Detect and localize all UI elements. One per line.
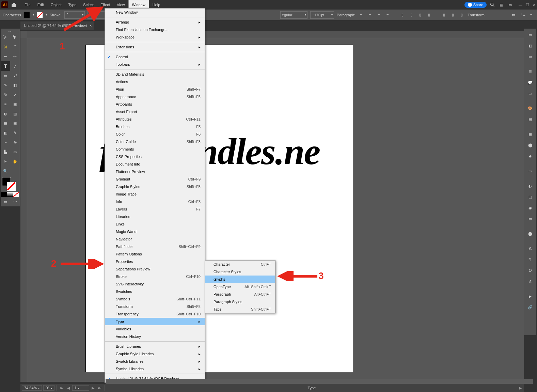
first-artboard-icon[interactable]: ⏮ — [59, 386, 65, 390]
menu-item-swatches[interactable]: Swatches — [105, 288, 205, 295]
align-obj-3-icon[interactable]: ▯ — [417, 12, 423, 18]
menu-item-extensions[interactable]: Extensions▸ — [105, 43, 205, 51]
transparency-panel-icon[interactable]: ▢ — [525, 192, 535, 202]
menu-item-asset-export[interactable]: Asset Export — [105, 108, 205, 115]
menu-item-artboards[interactable]: Artboards — [105, 100, 205, 108]
menu-item-graphic-styles[interactable]: Graphic StylesShift+F5 — [105, 183, 205, 190]
align-obj-1-icon[interactable]: ▯ — [399, 12, 406, 18]
submenu-item-character-styles[interactable]: Character Styles — [205, 268, 275, 276]
comments-panel-icon[interactable]: 💬 — [525, 78, 535, 87]
color-panel-icon[interactable]: 🎨 — [525, 104, 535, 113]
symbol-sprayer-tool[interactable]: ❋ — [10, 138, 20, 147]
align-right-icon[interactable]: ≡ — [376, 12, 382, 18]
menu-item-workspace[interactable]: Workspace▸ — [105, 33, 205, 41]
width-tool[interactable]: ≡ — [1, 99, 10, 109]
brushes-panel-icon[interactable]: ⬤ — [525, 140, 535, 150]
panel-menu-icon[interactable]: ⋮≡ — [519, 12, 525, 18]
submenu-item-opentype[interactable]: OpenTypeAlt+Shift+Ctrl+T — [205, 283, 275, 291]
panel-icon-6[interactable]: ▭ — [525, 89, 535, 98]
menu-item-actions[interactable]: Actions — [105, 78, 205, 85]
curvature-tool[interactable]: 〰 — [10, 52, 20, 61]
gradient-tool[interactable]: ◧ — [1, 128, 10, 138]
line-tool[interactable]: ╱ — [10, 61, 20, 71]
menu-item-swatch-libraries[interactable]: Swatch Libraries▸ — [105, 358, 205, 365]
menu-item-pattern-options[interactable]: Pattern Options — [105, 250, 205, 258]
swatches-panel-icon[interactable]: ▦ — [525, 129, 535, 139]
menu-item-document-info[interactable]: Document Info — [105, 160, 205, 168]
submenu-item-paragraph[interactable]: ParagraphAlt+Ctrl+T — [205, 291, 275, 298]
paintbrush-tool[interactable]: 🖌 — [10, 71, 20, 80]
submenu-item-glyphs[interactable]: Glyphs — [205, 276, 275, 283]
direct-selection-tool[interactable] — [10, 33, 20, 42]
close-icon[interactable]: ✕ — [533, 3, 536, 7]
menu-item-symbol-libraries[interactable]: Symbol Libraries▸ — [105, 365, 205, 373]
menu-edit[interactable]: Edit — [34, 0, 47, 10]
menu-item-comments[interactable]: Comments — [105, 145, 205, 153]
submenu-item-tabs[interactable]: TabsShift+Ctrl+T — [205, 305, 275, 313]
menu-item-layers[interactable]: LayersF7 — [105, 205, 205, 213]
justify-left-icon[interactable]: ≡ — [384, 12, 391, 18]
font-size-dropdown[interactable]: ⌃ 170 pt — [310, 11, 334, 19]
appearance-panel-icon[interactable]: ◉ — [525, 203, 535, 213]
lasso-tool[interactable]: ⌒ — [10, 42, 20, 52]
hand-tool[interactable]: ✋ — [10, 157, 20, 166]
rotate-tool[interactable]: ↻ — [1, 90, 10, 99]
menu-file[interactable]: File — [21, 0, 34, 10]
artboard-tool[interactable]: ▭ — [10, 147, 20, 157]
minimize-icon[interactable]: — — [519, 3, 522, 7]
menu-item-variables[interactable]: Variables — [105, 325, 205, 333]
menu-item-new-window[interactable]: New Window — [105, 9, 205, 16]
perspective-tool[interactable]: ▦ — [1, 119, 10, 128]
none-mode-icon[interactable] — [13, 192, 19, 197]
status-menu-icon[interactable]: ▶ — [518, 386, 523, 390]
menu-item-properties[interactable]: Properties — [105, 258, 205, 265]
graph-tool[interactable]: ▙ — [1, 147, 10, 157]
menu-item-css-properties[interactable]: CSS Properties — [105, 153, 205, 160]
menu-item-pathfinder[interactable]: PathfinderShift+Ctrl+F9 — [105, 243, 205, 250]
glyphs-panel-icon[interactable]: A — [525, 277, 535, 286]
menu-item-navigator[interactable]: Navigator — [105, 235, 205, 243]
zoom-level[interactable]: 74.64% — [22, 385, 42, 391]
panel-icon-4[interactable]: ☰ — [525, 67, 535, 76]
eraser-tool[interactable]: ◧ — [10, 80, 20, 90]
menu-item-align[interactable]: AlignShift+F7 — [105, 85, 205, 93]
rectangle-tool[interactable]: ▭ — [1, 71, 10, 80]
menu-item-symbols[interactable]: SymbolsShift+Ctrl+F11 — [105, 295, 205, 303]
fill-stroke-control[interactable] — [1, 176, 20, 192]
next-artboard-icon[interactable]: ▶ — [91, 386, 95, 390]
fill-dropdown-arrow[interactable]: ▾ — [33, 13, 34, 16]
menu-item-links[interactable]: Links — [105, 220, 205, 228]
shaper-tool[interactable]: ✎ — [1, 80, 10, 90]
menu-item-type[interactable]: Type▸ — [105, 318, 205, 325]
pen-tool[interactable]: ✒ — [1, 52, 10, 61]
links-panel-icon[interactable]: 🔗 — [525, 302, 535, 312]
search-icon[interactable] — [489, 2, 495, 8]
close-tab-icon[interactable]: × — [90, 23, 92, 28]
menu-item-toolbars[interactable]: Toolbars▸ — [105, 61, 205, 68]
menu-item-transparency[interactable]: TransparencyShift+Ctrl+F10 — [105, 310, 205, 318]
menu-object[interactable]: Object — [47, 0, 65, 10]
menu-item-version-history[interactable]: Version History — [105, 333, 205, 340]
menu-item-color[interactable]: ColorF6 — [105, 130, 205, 138]
menu-item-magic-wand[interactable]: Magic Wand — [105, 228, 205, 235]
menu-item-graphic-style-libraries[interactable]: Graphic Style Libraries▸ — [105, 350, 205, 358]
menu-item-brushes[interactable]: BrushesF5 — [105, 123, 205, 130]
menu-item-image-trace[interactable]: Image Trace — [105, 190, 205, 198]
menu-item-info[interactable]: InfoCtrl+F8 — [105, 198, 205, 205]
artboard-nav[interactable]: 1 — [72, 385, 89, 391]
eyedropper-tool[interactable]: ✎ — [10, 128, 20, 138]
align-obj-2-icon[interactable]: ▯ — [408, 12, 414, 18]
gradient-mode-icon[interactable] — [7, 192, 13, 197]
align-left-icon[interactable]: ≡ — [358, 12, 364, 18]
menu-select[interactable]: Select — [80, 0, 97, 10]
free-transform-tool[interactable]: ▦ — [10, 99, 20, 109]
menu-item-brush-libraries[interactable]: Brush Libraries▸ — [105, 343, 205, 350]
fill-swatch[interactable] — [24, 12, 30, 18]
color-mode-icon[interactable] — [1, 192, 7, 197]
gradient-panel-icon[interactable]: ◐ — [525, 181, 535, 191]
workspace-switcher-icon[interactable]: ▭ — [507, 2, 513, 8]
canvas-area[interactable]: fontbundles.ne — [20, 31, 524, 382]
hamburger-icon[interactable]: ≡ — [528, 12, 534, 18]
magic-wand-tool[interactable]: ✨ — [1, 42, 10, 52]
properties-panel-icon[interactable]: ▭ — [525, 30, 535, 40]
